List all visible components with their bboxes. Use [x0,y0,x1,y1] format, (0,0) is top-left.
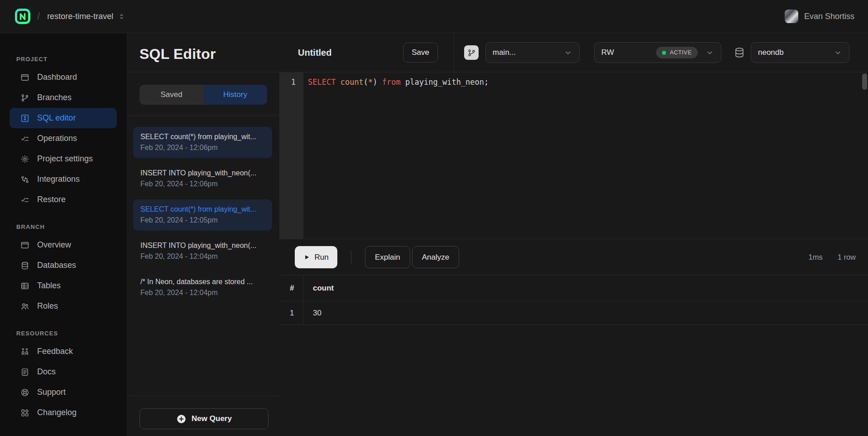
code-editor[interactable]: 1 SELECT count(*) from playing_with_neon… [279,73,868,239]
chevron-updown-icon [118,13,125,20]
history-item[interactable]: SELECT count(*) from playing_wit...Feb 2… [133,127,272,158]
history-date: Feb 20, 2024 - 12:05pm [140,216,265,224]
table-row: 130 [279,301,868,325]
sql-icon [20,114,29,123]
sidebar-item-label: Support [37,388,66,397]
history-query: INSERT INTO playing_with_neon(... [140,169,265,177]
editor-header: Untitled Save main... RW [279,33,868,73]
run-button[interactable]: Run [295,246,337,268]
database-dropdown[interactable]: neondb [751,42,849,63]
history-list: SELECT count(*) from playing_wit...Feb 2… [127,116,279,395]
sidebar-item-label: Operations [37,134,77,143]
sidebar-item-feedback[interactable]: Feedback [10,341,117,362]
status-badge: ACTIVE [656,47,698,58]
project-selector[interactable]: restore-time-travel [47,12,125,21]
editor-scrollbar[interactable] [862,73,867,90]
history-item[interactable]: /* In Neon, databases are stored ...Feb … [133,272,272,303]
sidebar-item-databases[interactable]: Databases [10,255,117,276]
user-menu[interactable]: Evan Shortiss [785,10,854,23]
connection-bar: main... RW ACTIVE neondb [455,33,868,72]
sidebar-item-restore[interactable]: Restore [10,189,117,210]
history-query: INSERT INTO playing_with_neon(... [140,242,265,250]
saved-history-tabs: SavedHistory [139,85,267,105]
database-name: neondb [758,48,784,57]
checklist-icon [20,134,29,143]
new-query-label: New Query [192,414,232,423]
database-icon [734,47,745,58]
branch-chip-icon [464,45,479,60]
sidebar-item-label: Overview [37,240,71,250]
history-item[interactable]: INSERT INTO playing_with_neon(...Feb 20,… [133,163,272,194]
sidebar-item-branches[interactable]: Branches [10,87,117,108]
user-name: Evan Shortiss [804,12,854,21]
history-query: /* In Neon, databases are stored ... [140,278,265,286]
save-button[interactable]: Save [403,43,438,63]
sidebar-item-label: SQL editor [37,113,76,123]
sidebar-item-label: Restore [37,195,66,204]
breadcrumb-separator: / [37,10,40,22]
sidebar-item-label: Project settings [37,154,93,164]
table-cell: 1 [279,301,303,325]
sidebar-item-sql-editor[interactable]: SQL editor [10,108,117,128]
sidebar-item-label: Dashboard [37,73,77,82]
branch-name: main... [493,48,516,57]
sidebar-item-label: Branches [37,93,72,102]
tab-saved[interactable]: Saved [139,85,203,105]
sidebar-item-project-settings[interactable]: Project settings [10,149,117,169]
docs-icon [20,368,29,377]
gear-icon [20,155,29,164]
user-avatar [785,10,798,23]
sidebar-item-label: Changelog [37,408,77,417]
sidebar-item-label: Feedback [37,347,73,356]
panel-title: SQL Editor [139,46,279,63]
analyze-button[interactable]: Analyze [412,246,459,268]
sidebar-item-changelog[interactable]: Changelog [10,402,117,423]
history-date: Feb 20, 2024 - 12:06pm [140,144,265,152]
results-table: #count 130 [279,275,868,436]
history-query: SELECT count(*) from playing_wit... [140,205,265,213]
history-date: Feb 20, 2024 - 12:04pm [140,252,265,261]
query-header: Untitled Save [279,33,455,72]
changelog-icon [20,408,29,417]
status-dot [662,51,666,55]
sidebar-item-label: Tables [37,281,61,291]
project-name: restore-time-travel [47,12,113,21]
sidebar-item-dashboard[interactable]: Dashboard [10,67,117,87]
tabs-wrap: SavedHistory [127,73,279,116]
sql-editor-panel: SQL Editor SavedHistory SELECT count(*) … [127,33,279,436]
sidebar-item-tables[interactable]: Tables [10,276,117,296]
sidebar-item-docs[interactable]: Docs [10,362,117,382]
sidebar-item-roles[interactable]: Roles [10,296,117,316]
column-header: # [279,276,303,301]
panel-header: SQL Editor [127,33,279,73]
sidebar-item-label: Roles [37,301,58,311]
tab-history[interactable]: History [203,85,267,105]
query-title: Untitled [298,48,331,58]
sidebar-item-support[interactable]: Support [10,382,117,402]
explain-button[interactable]: Explain [365,246,410,268]
chevron-down-icon [705,48,714,57]
history-date: Feb 20, 2024 - 12:06pm [140,180,265,188]
compute-label: RW [601,48,614,57]
play-icon [303,254,310,261]
history-query: SELECT count(*) from playing_wit... [140,133,265,141]
sidebar-item-overview[interactable]: Overview [10,235,117,255]
section-label: BRANCH [16,223,127,230]
code-line: SELECT count(*) from playing_with_neon; [303,73,489,239]
line-number-gutter: 1 [279,73,303,239]
main-area: Untitled Save main... RW [279,33,868,436]
run-label: Run [314,253,328,262]
history-item[interactable]: INSERT INTO playing_with_neon(...Feb 20,… [133,236,272,267]
sidebar-item-integrations[interactable]: Integrations [10,169,117,189]
branch-dropdown[interactable]: main... [485,42,580,63]
sidebar-item-label: Databases [37,261,76,270]
neon-logo-icon[interactable] [14,8,31,24]
query-row-count: 1 row [838,253,856,262]
chevron-down-icon [834,48,842,57]
new-query-button[interactable]: New Query [139,408,269,429]
history-item[interactable]: SELECT count(*) from playing_wit...Feb 2… [133,199,272,231]
support-icon [20,388,29,397]
compute-dropdown[interactable]: RW ACTIVE [594,42,721,63]
sidebar-item-label: Integrations [37,174,80,184]
sidebar-item-operations[interactable]: Operations [10,128,117,149]
